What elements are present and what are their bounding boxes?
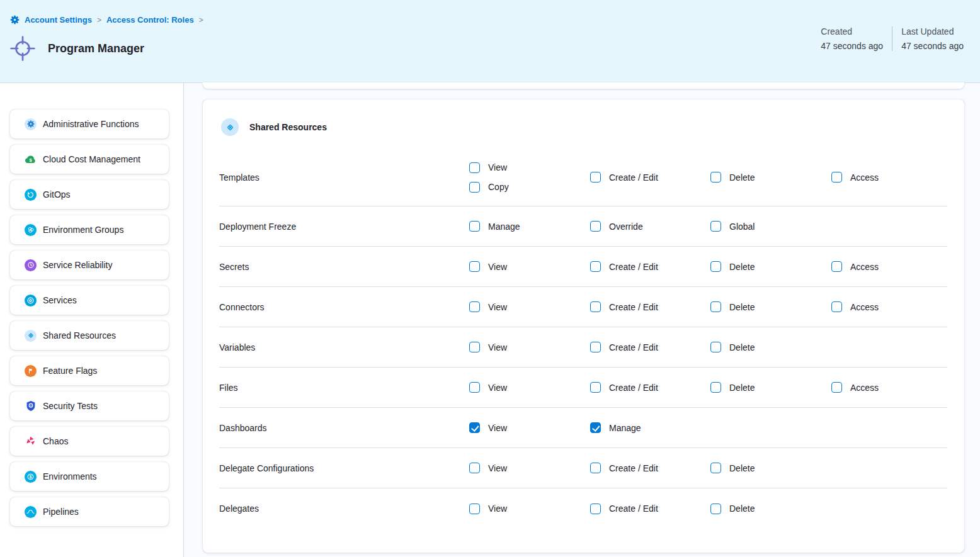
checkbox-unchecked-icon[interactable]	[590, 504, 601, 514]
sidebar-item-environments[interactable]: $Environments	[10, 462, 169, 491]
checkbox-unchecked-icon[interactable]	[710, 172, 721, 183]
checkbox-unchecked-icon[interactable]	[831, 301, 842, 312]
checkbox-checked-icon[interactable]	[469, 422, 480, 433]
checkbox-unchecked-icon[interactable]	[469, 301, 480, 312]
checkbox-unchecked-icon[interactable]	[590, 221, 601, 232]
section-header: Shared Resources	[203, 99, 964, 136]
checkbox-unchecked-icon[interactable]	[710, 382, 721, 393]
permission-label: Create / Edit	[609, 504, 658, 514]
permission-connectors-create-edit[interactable]: Create / Edit	[590, 301, 710, 312]
breadcrumb-account-settings[interactable]: Account Settings	[25, 15, 92, 25]
sidebar-item-environment-groups[interactable]: Environment Groups	[10, 215, 169, 244]
checkbox-unchecked-icon[interactable]	[469, 504, 480, 514]
checkbox-unchecked-icon[interactable]	[590, 261, 601, 272]
permission-deployment-freeze-override[interactable]: Override	[590, 221, 710, 232]
sidebar-item-gitops[interactable]: GitOps	[10, 180, 169, 209]
permission-deployment-freeze-manage[interactable]: Manage	[469, 221, 590, 232]
checkbox-unchecked-icon[interactable]	[710, 463, 721, 473]
sidebar-item-cloud-cost-management[interactable]: $Cloud Cost Management	[10, 145, 169, 174]
permission-variables-create-edit[interactable]: Create / Edit	[590, 342, 710, 352]
permission-deployment-freeze-global[interactable]: Global	[710, 221, 831, 232]
permission-dashboards-manage[interactable]: Manage	[590, 422, 710, 433]
checkbox-unchecked-icon[interactable]	[469, 382, 480, 393]
last-updated-label: Last Updated	[901, 26, 964, 37]
permission-templates-view[interactable]: View	[469, 162, 590, 173]
permission-templates-access[interactable]: Access	[831, 172, 947, 183]
permission-column: Delete	[710, 382, 831, 393]
permission-secrets-create-edit[interactable]: Create / Edit	[590, 261, 710, 272]
permission-files-create-edit[interactable]: Create / Edit	[590, 382, 710, 393]
resource-category-sidebar: Administrative Functions$Cloud Cost Mana…	[0, 83, 184, 557]
service-reliability-icon	[25, 259, 37, 271]
checkbox-unchecked-icon[interactable]	[469, 342, 480, 352]
chaos-icon	[25, 436, 37, 447]
cloud-cost-icon: $	[25, 154, 37, 166]
checkbox-unchecked-icon[interactable]	[831, 382, 842, 393]
permission-files-view[interactable]: View	[469, 382, 590, 393]
permission-templates-delete[interactable]: Delete	[710, 172, 831, 183]
permission-label: Manage	[488, 222, 520, 232]
permission-delegate-configurations-create-edit[interactable]: Create / Edit	[590, 463, 710, 473]
sidebar-item-pipelines[interactable]: Pipelines	[10, 497, 169, 526]
checkbox-checked-icon[interactable]	[590, 422, 601, 433]
shared-resources-card: Shared Resources TemplatesViewCopyCreate…	[203, 99, 964, 553]
permission-delegate-configurations-delete[interactable]: Delete	[710, 463, 831, 473]
checkbox-unchecked-icon[interactable]	[710, 301, 721, 312]
sidebar-item-shared-resources[interactable]: Shared Resources	[10, 321, 169, 350]
checkbox-unchecked-icon[interactable]	[710, 261, 721, 272]
permission-column: Global	[710, 221, 831, 232]
permission-files-access[interactable]: Access	[831, 382, 947, 393]
permission-templates-create-edit[interactable]: Create / Edit	[590, 172, 710, 183]
shared-resources-icon	[221, 118, 239, 136]
sidebar-item-service-reliability[interactable]: Service Reliability	[10, 250, 169, 279]
checkbox-unchecked-icon[interactable]	[710, 342, 721, 352]
checkbox-unchecked-icon[interactable]	[469, 182, 480, 193]
checkbox-unchecked-icon[interactable]	[590, 342, 601, 352]
permission-delegates-view[interactable]: View	[469, 504, 590, 514]
permission-connectors-access[interactable]: Access	[831, 301, 947, 312]
permission-delegate-configurations-view[interactable]: View	[469, 463, 590, 473]
checkbox-unchecked-icon[interactable]	[469, 162, 480, 173]
permission-column: Delete	[710, 463, 831, 473]
checkbox-unchecked-icon[interactable]	[831, 261, 842, 272]
sidebar-item-label: Environments	[43, 471, 97, 481]
sidebar-item-feature-flags[interactable]: Feature Flags	[10, 356, 169, 385]
checkbox-unchecked-icon[interactable]	[831, 172, 842, 183]
permission-label: View	[488, 383, 507, 393]
checkbox-unchecked-icon[interactable]	[469, 221, 480, 232]
services-icon	[25, 295, 37, 307]
sidebar-item-security-tests[interactable]: Security Tests	[10, 391, 169, 420]
checkbox-unchecked-icon[interactable]	[710, 221, 721, 232]
checkbox-unchecked-icon[interactable]	[710, 504, 721, 514]
permission-label: Override	[609, 222, 643, 232]
checkbox-unchecked-icon[interactable]	[590, 382, 601, 393]
permission-secrets-delete[interactable]: Delete	[710, 261, 831, 272]
sidebar-item-chaos[interactable]: Chaos	[10, 427, 169, 456]
sidebar-item-administrative-functions[interactable]: Administrative Functions	[10, 110, 169, 138]
checkbox-unchecked-icon[interactable]	[469, 261, 480, 272]
checkbox-unchecked-icon[interactable]	[590, 172, 601, 183]
permission-variables-view[interactable]: View	[469, 342, 590, 352]
permission-connectors-delete[interactable]: Delete	[710, 301, 831, 312]
permission-label: View	[488, 423, 507, 433]
permission-variables-delete[interactable]: Delete	[710, 342, 831, 352]
checkbox-unchecked-icon[interactable]	[590, 301, 601, 312]
permission-dashboards-view[interactable]: View	[469, 422, 590, 433]
permission-column: Create / Edit	[590, 261, 710, 272]
permission-secrets-view[interactable]: View	[469, 261, 590, 272]
permission-label: Create / Edit	[609, 262, 658, 272]
permission-files-delete[interactable]: Delete	[710, 382, 831, 393]
permission-connectors-view[interactable]: View	[469, 301, 590, 312]
permission-templates-copy[interactable]: Copy	[469, 182, 590, 193]
checkbox-unchecked-icon[interactable]	[469, 463, 480, 473]
breadcrumb-access-control-roles[interactable]: Access Control: Roles	[106, 15, 194, 25]
sidebar-item-label: Administrative Functions	[43, 119, 139, 129]
permission-label: Global	[729, 222, 755, 232]
sidebar-item-services[interactable]: Services	[10, 286, 169, 315]
permission-secrets-access[interactable]: Access	[831, 261, 947, 272]
checkbox-unchecked-icon[interactable]	[590, 463, 601, 473]
permission-row-secrets: SecretsViewCreate / EditDeleteAccess	[219, 247, 947, 287]
gitops-icon	[25, 189, 37, 201]
permission-delegates-create-edit[interactable]: Create / Edit	[590, 504, 710, 514]
permission-delegates-delete[interactable]: Delete	[710, 504, 831, 514]
